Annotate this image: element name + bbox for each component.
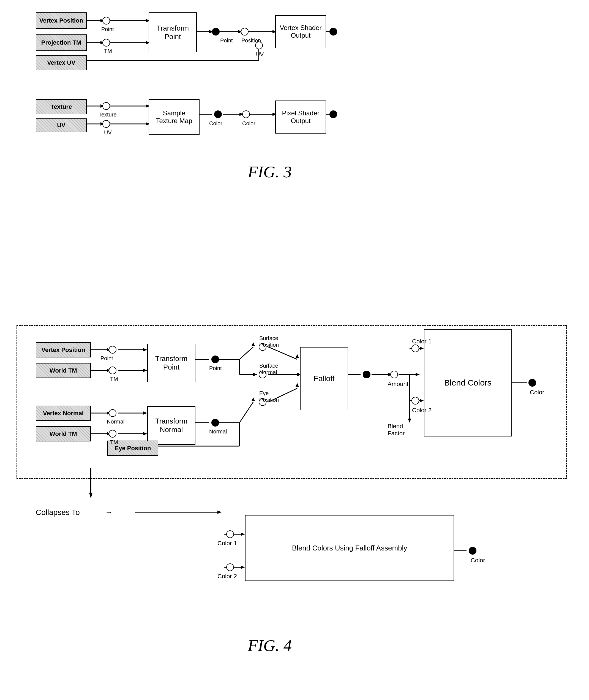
amount-label: Amount: [388, 381, 408, 388]
blend-factor-label: BlendFactor: [388, 423, 405, 437]
tm-circle-fig4-1: [109, 367, 117, 374]
blend-colors-node: Blend Colors: [424, 329, 512, 436]
svg-marker-87: [217, 511, 222, 514]
world-tm2-node: World TM: [36, 426, 91, 441]
color-out-label: Color: [530, 389, 544, 396]
texture-label: Texture: [99, 112, 117, 118]
tm2-label-fig4: TM: [110, 439, 118, 445]
normal-label-fig4: Normal: [107, 419, 125, 425]
surface-position-label: SurfacePosition: [259, 335, 279, 348]
sample-texture-map-node: SampleTexture Map: [149, 99, 200, 135]
position-circle-fig3: [241, 28, 248, 35]
tm-circle-fig3: [103, 39, 110, 46]
color1-label-fig3: Color: [209, 120, 222, 127]
eye-position-label: EyePosition: [259, 390, 279, 403]
vertex-normal-node: Vertex Normal: [36, 406, 91, 421]
blend-colors-assembly-node: Blend Colors Using Falloff Assembly: [245, 515, 454, 581]
color-final-label: Color: [471, 557, 485, 564]
texture-circle: [103, 102, 110, 110]
fig3-label: FIG. 3: [248, 162, 292, 181]
vertex-shader-output-dot: [330, 28, 337, 35]
transform-normal-output-fig4: [211, 419, 219, 427]
normal2-label-fig4: Normal: [209, 428, 227, 435]
uv-label-bottom: UV: [104, 129, 112, 136]
diagram-container: Vertex Position Projection TM Vertex UV …: [0, 0, 589, 700]
blend-colors-output: [529, 379, 536, 387]
point2-label-fig3: Point: [220, 37, 233, 44]
vertex-position-node-fig3: Vertex Position: [36, 12, 87, 29]
sample-texture-output: [214, 110, 222, 118]
tm1-label-fig4: TM: [110, 376, 118, 382]
point-label-vp: Point: [101, 355, 113, 362]
tm-label-fig3: TM: [104, 48, 112, 54]
uv-label-fig3: UV: [256, 51, 264, 57]
color2-circle: [411, 397, 419, 405]
color2-label-fig3: Color: [242, 120, 255, 127]
color2-label-bottom: Color 2: [217, 573, 237, 580]
point2-label-fig4: Point: [209, 365, 222, 372]
pixel-shader-output-dot: [330, 110, 337, 118]
point-label-fig3: Point: [101, 26, 114, 32]
projection-tm-node: Projection TM: [36, 34, 87, 51]
color1-circle: [411, 344, 419, 352]
falloff-node: Falloff: [300, 347, 348, 410]
assembly-output-circle: [469, 547, 476, 555]
vertex-uv-node: Vertex UV: [36, 55, 87, 70]
color1-label: Color 1: [412, 338, 432, 345]
transform-point-output-fig4: [211, 356, 219, 363]
point-circle-fig3: [103, 17, 110, 24]
uv-circle-bottom: [103, 120, 110, 128]
color-circle-fig3: [242, 110, 250, 118]
surface-normal-label: SurfaceNormal: [259, 363, 278, 376]
falloff-output-circle: [363, 371, 371, 378]
transform-normal-node: TransformNormal: [147, 406, 195, 445]
vertex-position-node-fig4: Vertex Position: [36, 342, 91, 358]
svg-marker-80: [89, 493, 92, 499]
fig4-label: FIG. 4: [248, 636, 292, 655]
tm-circle-fig4-2: [109, 430, 117, 438]
svg-marker-82: [241, 533, 245, 536]
transform-point-node-fig4: TransformPoint: [147, 344, 195, 382]
color2-label: Color 2: [412, 407, 432, 414]
point-circle-fig4-vp: [109, 346, 117, 354]
transform-point-node-fig3: TransformPoint: [149, 12, 197, 52]
normal-circle-fig4: [109, 409, 117, 417]
pixel-shader-output-node: Pixel ShaderOutput: [275, 101, 326, 134]
transform-point-output-fig3: [212, 28, 220, 35]
vertex-shader-output-node: Vertex ShaderOutput: [275, 15, 326, 48]
texture-node: Texture: [36, 99, 87, 114]
collapses-to-label: Collapses To ———→: [36, 508, 113, 517]
amount-circle: [390, 371, 398, 378]
color1-label-bottom: Color 1: [217, 540, 237, 547]
color2-circle-bottom: [226, 563, 234, 571]
color1-circle-bottom: [226, 530, 234, 538]
world-tm1-node: World TM: [36, 363, 91, 378]
uv-circle-fig3: [255, 41, 263, 49]
uv-node-fig3: UV: [36, 118, 87, 132]
svg-marker-84: [241, 566, 245, 569]
